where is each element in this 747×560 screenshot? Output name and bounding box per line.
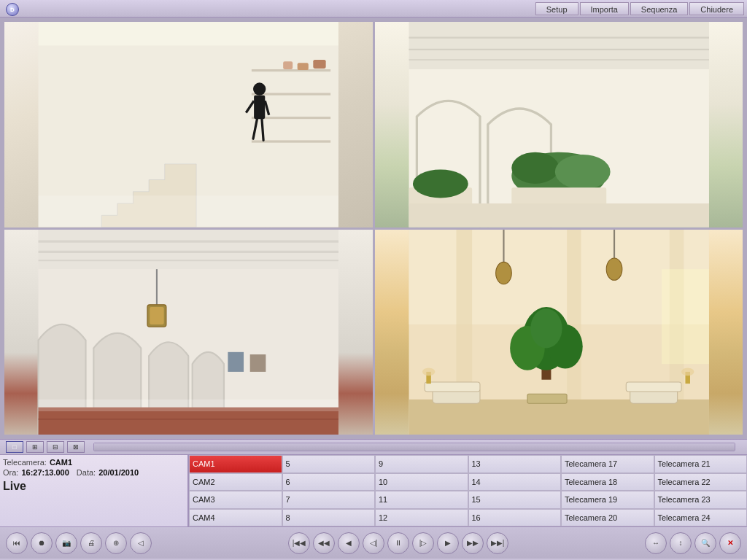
svg-rect-14 xyxy=(313,60,325,69)
svg-rect-61 xyxy=(527,394,566,403)
top-bar: D Setup Importa Sequenza Chiudere xyxy=(0,0,747,18)
go-start-button[interactable]: |◀◀ xyxy=(288,532,310,554)
svg-point-6 xyxy=(253,82,266,95)
video-area xyxy=(0,18,747,439)
svg-point-50 xyxy=(606,257,622,279)
chiudere-button[interactable]: Chiudere xyxy=(689,2,744,15)
svg-point-65 xyxy=(681,368,694,376)
ptz-ud-button[interactable]: ↕ xyxy=(670,532,692,554)
go-end-button[interactable]: ▶▶| xyxy=(487,532,508,554)
svg-rect-58 xyxy=(425,381,480,391)
rewind-fast-button[interactable]: ◀◀ xyxy=(313,532,335,554)
svg-rect-13 xyxy=(298,63,309,70)
camera-view-4[interactable] xyxy=(375,230,743,435)
svg-point-48 xyxy=(495,262,511,284)
left-controls-group: ⏮ ⏺ 📷 🖨 ⊕ ◁ xyxy=(6,532,152,554)
camera-list-item[interactable]: Telecamera 18 xyxy=(561,473,654,491)
camera-list-item[interactable]: Telecamera 19 xyxy=(561,491,654,509)
video-row-bottom xyxy=(4,230,743,435)
camera-list-item[interactable]: 10 xyxy=(375,473,468,491)
forward-fast-button[interactable]: ▶▶ xyxy=(462,532,484,554)
svg-rect-36 xyxy=(150,307,163,324)
camera-list-item[interactable]: 15 xyxy=(468,491,562,509)
next-frame-button[interactable]: |▷ xyxy=(412,532,434,554)
ptz-controls-group: ↔ ↕ 🔍 ✕ xyxy=(645,532,741,554)
camera-list-item[interactable]: Telecamera 17 xyxy=(561,455,654,473)
camera-name: CAM1 xyxy=(50,458,72,467)
camera-list-item[interactable]: 14 xyxy=(468,473,562,491)
camera-list-item[interactable]: CAM3 xyxy=(189,491,282,509)
camera-list-item[interactable]: Telecamera 24 xyxy=(654,509,748,527)
playback-controls-group: |◀◀ ◀◀ ◀ ◁| ⏸ |▷ ▶ ▶▶ ▶▶| xyxy=(288,532,508,554)
svg-point-23 xyxy=(511,152,559,184)
view-quad2-button[interactable]: ⊞ xyxy=(26,441,44,453)
time-value: 16:27:13.000 xyxy=(21,468,69,477)
svg-rect-41 xyxy=(250,354,266,372)
camera-list-item[interactable]: 9 xyxy=(375,455,468,473)
importa-button[interactable]: Importa xyxy=(580,2,629,15)
date-label: Data: xyxy=(77,468,96,477)
svg-rect-37 xyxy=(39,407,338,435)
camera-list-item[interactable]: 7 xyxy=(282,491,376,509)
camera-list-item[interactable]: Telecamera 20 xyxy=(561,509,654,527)
live-badge: Live xyxy=(3,480,185,493)
view-single-button[interactable]: □ xyxy=(6,441,23,453)
camera-label: Telecamera: xyxy=(3,458,47,467)
camera-list-item[interactable]: 11 xyxy=(375,491,468,509)
svg-point-24 xyxy=(554,155,610,190)
dzoom-button[interactable]: ⊕ xyxy=(105,532,127,554)
camera-list-item[interactable]: CAM1 xyxy=(189,455,282,473)
record-button[interactable]: ⏺ xyxy=(31,532,53,554)
camera-list-item[interactable]: 12 xyxy=(375,509,468,527)
bottom-panel: Telecamera: CAM1 Ora: 16:27:13.000 Data:… xyxy=(0,455,747,526)
svg-point-63 xyxy=(422,368,434,376)
close-transport-button[interactable]: ✕ xyxy=(719,532,741,554)
camera-list-item[interactable]: 6 xyxy=(282,473,376,491)
svg-rect-18 xyxy=(409,22,708,69)
camera-list-item[interactable]: Telecamera 23 xyxy=(654,491,748,509)
camera-view-2[interactable] xyxy=(375,22,743,228)
camera-view-1[interactable] xyxy=(4,22,373,228)
camera-list-item[interactable]: Telecamera 22 xyxy=(654,473,748,491)
skip-start-button[interactable]: ⏮ xyxy=(6,532,28,554)
svg-rect-66 xyxy=(662,269,709,364)
view-quad4-button[interactable]: ⊟ xyxy=(47,441,64,453)
camera-list: CAM15913Telecamera 17Telecamera 21CAM261… xyxy=(188,455,747,526)
time-date-row: Ora: 16:27:13.000 Data: 20/01/2010 xyxy=(3,468,185,477)
svg-point-27 xyxy=(412,169,468,198)
svg-rect-39 xyxy=(39,399,338,411)
camera-list-item[interactable]: CAM2 xyxy=(189,473,282,491)
camera-list-item[interactable]: 16 xyxy=(468,509,562,527)
sequenza-button[interactable]: Sequenza xyxy=(630,2,689,15)
svg-rect-60 xyxy=(626,381,681,391)
camera-list-item[interactable]: 13 xyxy=(468,455,562,473)
print-button[interactable]: 🖨 xyxy=(80,532,102,554)
svg-rect-12 xyxy=(283,61,293,69)
camera-view-3[interactable] xyxy=(4,230,373,435)
rewind-button[interactable]: ◀ xyxy=(338,532,360,554)
svg-rect-2 xyxy=(252,69,330,71)
audio-button[interactable]: ◁ xyxy=(130,532,152,554)
prev-frame-button[interactable]: ◁| xyxy=(363,532,384,554)
ptz-lr-button[interactable]: ↔ xyxy=(645,532,667,554)
svg-rect-40 xyxy=(228,351,244,371)
svg-point-55 xyxy=(530,308,562,348)
app-logo: D xyxy=(6,3,19,16)
view-quad9-button[interactable]: ⊠ xyxy=(67,441,85,453)
setup-button[interactable]: Setup xyxy=(535,2,578,15)
svg-rect-15 xyxy=(39,195,338,227)
camera-list-item[interactable]: 5 xyxy=(282,455,376,473)
zoom-button[interactable]: 🔍 xyxy=(694,532,716,554)
svg-rect-16 xyxy=(39,22,338,45)
controls-bar: □ ⊞ ⊟ ⊠ xyxy=(0,439,747,455)
snapshot-button[interactable]: 📷 xyxy=(55,532,77,554)
svg-rect-56 xyxy=(409,399,708,435)
camera-list-item[interactable]: Telecamera 21 xyxy=(654,455,748,473)
transport-bar: ⏮ ⏺ 📷 🖨 ⊕ ◁ |◀◀ ◀◀ ◀ ◁| ⏸ |▷ ▶ ▶▶ ▶▶| ↔ … xyxy=(0,526,747,559)
pause-button[interactable]: ⏸ xyxy=(387,532,409,554)
date-value: 20/01/2010 xyxy=(98,468,139,477)
camera-list-item[interactable]: 8 xyxy=(282,509,376,527)
svg-rect-30 xyxy=(39,230,338,269)
play-button[interactable]: ▶ xyxy=(437,532,459,554)
camera-list-item[interactable]: CAM4 xyxy=(189,509,282,527)
